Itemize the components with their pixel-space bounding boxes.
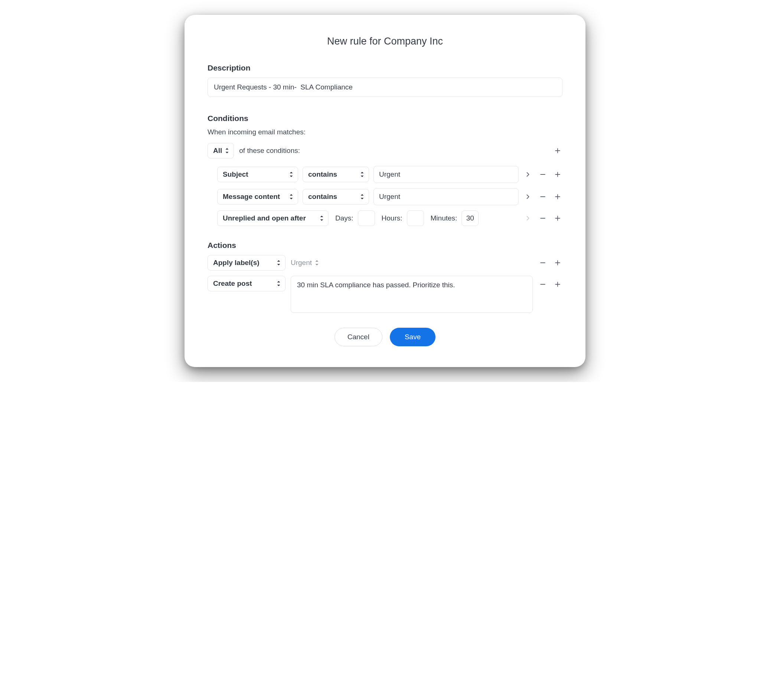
hours-label: Hours: bbox=[382, 214, 403, 222]
cancel-button[interactable]: Cancel bbox=[335, 328, 382, 346]
minus-icon bbox=[539, 281, 547, 288]
plus-icon bbox=[554, 281, 561, 288]
match-suffix: of these conditions: bbox=[239, 147, 300, 155]
remove-action-button[interactable] bbox=[538, 258, 548, 268]
action-row: Apply label(s) Urgent bbox=[207, 255, 563, 271]
updown-icon bbox=[320, 215, 324, 221]
post-content-input[interactable] bbox=[291, 276, 533, 313]
description-input[interactable] bbox=[207, 78, 563, 97]
updown-icon bbox=[360, 194, 364, 200]
rule-modal: New rule for Company Inc Description Con… bbox=[184, 15, 586, 367]
condition-field-select[interactable]: Unreplied and open after bbox=[217, 210, 328, 226]
minus-icon bbox=[539, 215, 547, 222]
plus-icon bbox=[554, 171, 561, 178]
plus-icon bbox=[554, 193, 561, 200]
remove-action-button[interactable] bbox=[538, 280, 548, 289]
modal-title: New rule for Company Inc bbox=[207, 36, 563, 47]
add-condition-group-button[interactable] bbox=[553, 146, 563, 155]
match-mode-value: All bbox=[213, 147, 222, 155]
chevron-right-icon bbox=[524, 193, 532, 200]
add-condition-button[interactable] bbox=[553, 192, 563, 202]
match-mode-select[interactable]: All bbox=[207, 143, 234, 158]
condition-value-input[interactable] bbox=[374, 188, 519, 205]
chevron-right-icon bbox=[524, 215, 532, 222]
expand-condition-button[interactable] bbox=[523, 192, 533, 202]
condition-row: Message content contains bbox=[207, 188, 563, 205]
action-row: Create post bbox=[207, 276, 563, 313]
minus-icon bbox=[539, 193, 547, 200]
save-button[interactable]: Save bbox=[390, 328, 435, 346]
add-condition-button[interactable] bbox=[553, 213, 563, 223]
add-condition-button[interactable] bbox=[553, 170, 563, 179]
minutes-input[interactable] bbox=[461, 210, 479, 226]
days-label: Days: bbox=[335, 214, 353, 222]
action-type-select[interactable]: Create post bbox=[207, 276, 285, 291]
hours-input[interactable] bbox=[407, 210, 424, 226]
expand-condition-button[interactable] bbox=[523, 170, 533, 179]
days-input[interactable] bbox=[358, 210, 375, 226]
updown-icon bbox=[277, 260, 281, 266]
description-label: Description bbox=[207, 63, 563, 73]
add-action-button[interactable] bbox=[553, 258, 563, 268]
plus-icon bbox=[554, 259, 561, 267]
updown-icon bbox=[277, 281, 281, 286]
expand-condition-button bbox=[523, 213, 533, 223]
condition-field-select[interactable]: Message content bbox=[217, 189, 298, 205]
action-type-select[interactable]: Apply label(s) bbox=[207, 255, 285, 271]
minus-icon bbox=[539, 171, 547, 178]
condition-time-row: Unreplied and open after Days: Hours: Mi… bbox=[207, 210, 563, 226]
condition-row: Subject contains bbox=[207, 166, 563, 183]
condition-field-select[interactable]: Subject bbox=[217, 167, 298, 182]
chevron-right-icon bbox=[524, 171, 532, 178]
minutes-label: Minutes: bbox=[431, 214, 458, 222]
remove-condition-button[interactable] bbox=[538, 170, 548, 179]
updown-icon bbox=[289, 171, 293, 178]
updown-icon bbox=[225, 148, 229, 154]
conditions-label: Conditions bbox=[207, 114, 563, 123]
conditions-intro: When incoming email matches: bbox=[207, 128, 563, 136]
condition-value-input[interactable] bbox=[374, 166, 519, 183]
remove-condition-button[interactable] bbox=[538, 213, 548, 223]
condition-operator-select[interactable]: contains bbox=[302, 167, 369, 182]
remove-condition-button[interactable] bbox=[538, 192, 548, 202]
actions-label: Actions bbox=[207, 241, 563, 250]
plus-icon bbox=[554, 147, 561, 154]
minus-icon bbox=[539, 259, 547, 267]
add-action-button[interactable] bbox=[553, 280, 563, 289]
plus-icon bbox=[554, 215, 561, 222]
condition-operator-select[interactable]: contains bbox=[302, 189, 369, 205]
label-select[interactable]: Urgent bbox=[291, 255, 319, 270]
updown-icon bbox=[360, 171, 364, 178]
updown-icon bbox=[289, 194, 293, 200]
updown-icon bbox=[315, 260, 319, 266]
